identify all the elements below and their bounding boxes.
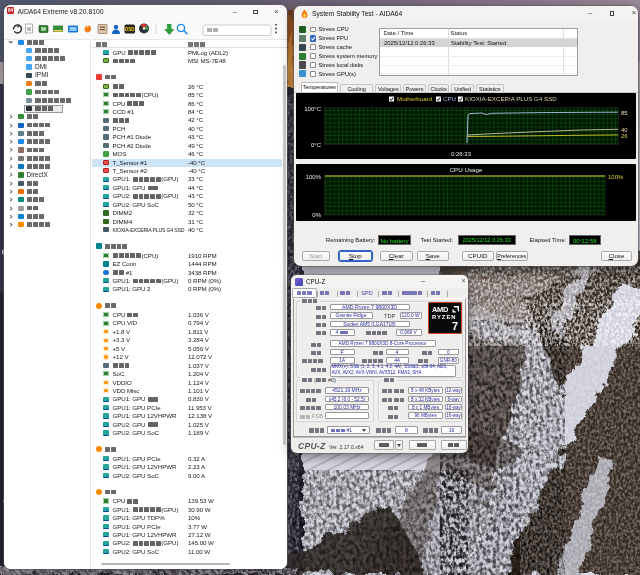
svg-text:100°C: 100°C: [304, 105, 321, 111]
svg-text:85: 85: [621, 110, 627, 116]
svg-text:0%: 0%: [312, 211, 321, 217]
svg-text:OSD: OSD: [125, 27, 136, 32]
svg-text:CPU: CPU: [443, 95, 456, 102]
svg-text:KIOXIA-EXCERIA PLUS G4 SSD: KIOXIA-EXCERIA PLUS G4 SSD: [465, 95, 557, 102]
svg-text:100%: 100%: [608, 173, 624, 179]
svg-text:CPU Usage: CPU Usage: [450, 166, 483, 173]
svg-text:0°C: 0°C: [311, 141, 322, 147]
svg-text:Motherboard: Motherboard: [397, 95, 433, 102]
svg-text:26: 26: [621, 132, 627, 138]
svg-text:100%: 100%: [306, 173, 322, 179]
svg-text:0:26:33: 0:26:33: [451, 150, 472, 156]
